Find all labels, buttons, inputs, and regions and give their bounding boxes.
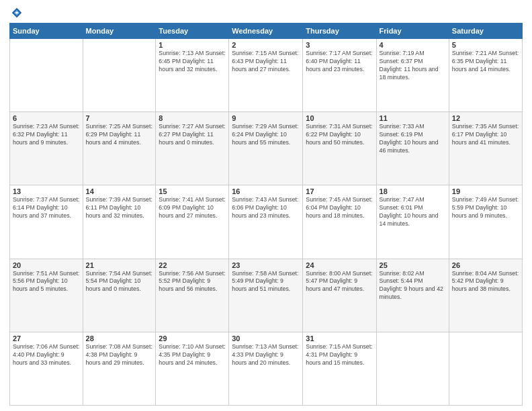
calendar-cell: 8Sunrise: 7:27 AM Sunset: 6:27 PM Daylig…	[156, 112, 229, 185]
day-number: 22	[159, 261, 226, 269]
day-info: Sunrise: 7:58 AM Sunset: 5:49 PM Dayligh…	[232, 270, 300, 294]
calendar-cell: 2Sunrise: 7:15 AM Sunset: 6:43 PM Daylig…	[229, 39, 303, 112]
day-info: Sunrise: 7:23 AM Sunset: 6:32 PM Dayligh…	[13, 123, 80, 147]
day-number: 11	[380, 114, 446, 122]
day-number: 10	[306, 114, 373, 122]
day-info: Sunrise: 7:45 AM Sunset: 6:04 PM Dayligh…	[306, 196, 373, 220]
calendar-cell: 26Sunrise: 8:04 AM Sunset: 5:42 PM Dayli…	[449, 259, 522, 332]
day-number: 23	[232, 261, 300, 269]
day-number: 16	[232, 187, 300, 195]
calendar-cell: 17Sunrise: 7:45 AM Sunset: 6:04 PM Dayli…	[303, 185, 376, 259]
calendar-cell: 29Sunrise: 7:10 AM Sunset: 4:35 PM Dayli…	[156, 332, 229, 405]
calendar-cell: 30Sunrise: 7:13 AM Sunset: 4:33 PM Dayli…	[229, 332, 303, 405]
day-info: Sunrise: 8:00 AM Sunset: 5:47 PM Dayligh…	[306, 270, 373, 294]
weekday-header: Wednesday	[229, 24, 303, 39]
day-info: Sunrise: 7:13 AM Sunset: 4:33 PM Dayligh…	[232, 343, 300, 367]
day-info: Sunrise: 8:04 AM Sunset: 5:42 PM Dayligh…	[452, 270, 519, 294]
day-info: Sunrise: 7:15 AM Sunset: 4:31 PM Dayligh…	[306, 343, 373, 367]
day-number: 21	[86, 261, 153, 269]
day-info: Sunrise: 7:31 AM Sunset: 6:22 PM Dayligh…	[306, 123, 373, 147]
calendar-week-row: 20Sunrise: 7:51 AM Sunset: 5:56 PM Dayli…	[10, 259, 523, 332]
calendar-cell: 20Sunrise: 7:51 AM Sunset: 5:56 PM Dayli…	[10, 259, 83, 332]
day-info: Sunrise: 7:51 AM Sunset: 5:56 PM Dayligh…	[13, 270, 80, 294]
calendar-cell: 15Sunrise: 7:41 AM Sunset: 6:09 PM Dayli…	[156, 185, 229, 259]
day-number: 27	[13, 334, 80, 342]
day-info: Sunrise: 7:15 AM Sunset: 6:43 PM Dayligh…	[232, 50, 300, 74]
day-number: 5	[452, 41, 519, 49]
day-info: Sunrise: 7:06 AM Sunset: 4:40 PM Dayligh…	[13, 343, 80, 367]
day-number: 1	[159, 41, 226, 49]
day-info: Sunrise: 7:41 AM Sunset: 6:09 PM Dayligh…	[159, 196, 226, 220]
calendar-cell: 27Sunrise: 7:06 AM Sunset: 4:40 PM Dayli…	[10, 332, 83, 405]
day-number: 14	[86, 187, 153, 195]
day-info: Sunrise: 7:47 AM Sunset: 6:01 PM Dayligh…	[380, 196, 446, 228]
day-info: Sunrise: 7:35 AM Sunset: 6:17 PM Dayligh…	[452, 123, 519, 147]
calendar-cell: 16Sunrise: 7:43 AM Sunset: 6:06 PM Dayli…	[229, 185, 303, 259]
weekday-header: Saturday	[449, 24, 522, 39]
day-number: 26	[452, 261, 519, 269]
day-info: Sunrise: 7:49 AM Sunset: 5:59 PM Dayligh…	[452, 196, 519, 220]
page: SundayMondayTuesdayWednesdayThursdayFrid…	[0, 0, 532, 411]
day-info: Sunrise: 8:02 AM Sunset: 5:44 PM Dayligh…	[380, 270, 446, 302]
day-info: Sunrise: 7:37 AM Sunset: 6:14 PM Dayligh…	[13, 196, 80, 220]
day-info: Sunrise: 7:29 AM Sunset: 6:24 PM Dayligh…	[232, 123, 300, 147]
calendar-cell: 3Sunrise: 7:17 AM Sunset: 6:40 PM Daylig…	[303, 39, 376, 112]
calendar-week-row: 6Sunrise: 7:23 AM Sunset: 6:32 PM Daylig…	[10, 112, 523, 185]
header-row: SundayMondayTuesdayWednesdayThursdayFrid…	[10, 24, 523, 39]
day-info: Sunrise: 7:13 AM Sunset: 6:45 PM Dayligh…	[159, 50, 226, 74]
day-number: 20	[13, 261, 80, 269]
day-number: 4	[380, 41, 446, 49]
header	[9, 7, 523, 19]
calendar-cell: 1Sunrise: 7:13 AM Sunset: 6:45 PM Daylig…	[156, 39, 229, 112]
weekday-header: Sunday	[10, 24, 83, 39]
day-number: 28	[86, 334, 153, 342]
calendar-cell: 31Sunrise: 7:15 AM Sunset: 4:31 PM Dayli…	[303, 332, 376, 405]
weekday-header: Thursday	[303, 24, 376, 39]
calendar-cell: 24Sunrise: 8:00 AM Sunset: 5:47 PM Dayli…	[303, 259, 376, 332]
day-number: 6	[13, 114, 80, 122]
calendar-cell: 19Sunrise: 7:49 AM Sunset: 5:59 PM Dayli…	[449, 185, 522, 259]
calendar-cell	[10, 39, 83, 112]
day-info: Sunrise: 7:27 AM Sunset: 6:27 PM Dayligh…	[159, 123, 226, 147]
calendar-cell: 7Sunrise: 7:25 AM Sunset: 6:29 PM Daylig…	[83, 112, 156, 185]
calendar-cell	[376, 332, 449, 405]
weekday-header: Monday	[83, 24, 156, 39]
day-info: Sunrise: 7:21 AM Sunset: 6:35 PM Dayligh…	[452, 50, 519, 74]
calendar-cell: 4Sunrise: 7:19 AM Sunset: 6:37 PM Daylig…	[376, 39, 449, 112]
day-number: 3	[306, 41, 373, 49]
day-number: 31	[306, 334, 373, 342]
day-info: Sunrise: 7:19 AM Sunset: 6:37 PM Dayligh…	[380, 50, 446, 82]
logo	[9, 7, 23, 19]
calendar-cell: 22Sunrise: 7:56 AM Sunset: 5:52 PM Dayli…	[156, 259, 229, 332]
day-number: 30	[232, 334, 300, 342]
day-number: 18	[380, 187, 446, 195]
calendar-cell	[83, 39, 156, 112]
weekday-header: Friday	[376, 24, 449, 39]
calendar-week-row: 13Sunrise: 7:37 AM Sunset: 6:14 PM Dayli…	[10, 185, 523, 259]
day-number: 13	[13, 187, 80, 195]
calendar-cell: 25Sunrise: 8:02 AM Sunset: 5:44 PM Dayli…	[376, 259, 449, 332]
day-info: Sunrise: 7:56 AM Sunset: 5:52 PM Dayligh…	[159, 270, 226, 294]
day-info: Sunrise: 7:54 AM Sunset: 5:54 PM Dayligh…	[86, 270, 153, 294]
calendar-cell: 10Sunrise: 7:31 AM Sunset: 6:22 PM Dayli…	[303, 112, 376, 185]
calendar-cell: 23Sunrise: 7:58 AM Sunset: 5:49 PM Dayli…	[229, 259, 303, 332]
calendar-cell: 5Sunrise: 7:21 AM Sunset: 6:35 PM Daylig…	[449, 39, 522, 112]
day-number: 8	[159, 114, 226, 122]
day-number: 12	[452, 114, 519, 122]
logo-icon	[11, 7, 23, 19]
calendar-cell: 11Sunrise: 7:33 AM Sunset: 6:19 PM Dayli…	[376, 112, 449, 185]
day-number: 29	[159, 334, 226, 342]
day-number: 2	[232, 41, 300, 49]
calendar-cell: 12Sunrise: 7:35 AM Sunset: 6:17 PM Dayli…	[449, 112, 522, 185]
calendar-cell: 13Sunrise: 7:37 AM Sunset: 6:14 PM Dayli…	[10, 185, 83, 259]
calendar-cell: 6Sunrise: 7:23 AM Sunset: 6:32 PM Daylig…	[10, 112, 83, 185]
calendar-table: SundayMondayTuesdayWednesdayThursdayFrid…	[9, 23, 523, 406]
calendar-cell	[449, 332, 522, 405]
day-number: 9	[232, 114, 300, 122]
calendar-cell: 14Sunrise: 7:39 AM Sunset: 6:11 PM Dayli…	[83, 185, 156, 259]
calendar-cell: 28Sunrise: 7:08 AM Sunset: 4:38 PM Dayli…	[83, 332, 156, 405]
day-info: Sunrise: 7:39 AM Sunset: 6:11 PM Dayligh…	[86, 196, 153, 220]
day-number: 25	[380, 261, 446, 269]
day-number: 24	[306, 261, 373, 269]
day-info: Sunrise: 7:08 AM Sunset: 4:38 PM Dayligh…	[86, 343, 153, 367]
